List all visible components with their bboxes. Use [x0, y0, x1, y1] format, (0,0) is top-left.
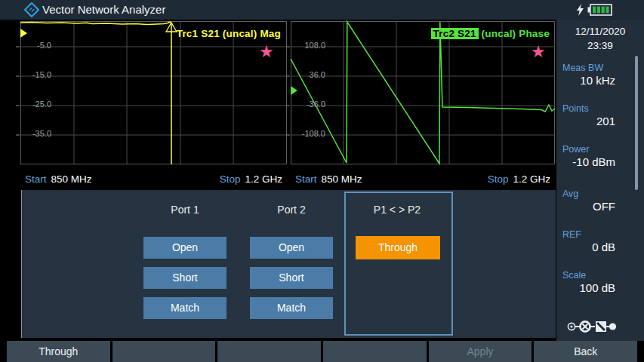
- port2-match-button[interactable]: Match: [250, 297, 333, 319]
- calibration-panel: Port 1 Port 2 P1 < > P2 Open Short Match…: [21, 190, 556, 338]
- phase-plot-area: [291, 21, 555, 164]
- sidebar-item-avg-label[interactable]: Avg: [562, 189, 578, 199]
- marker-star-icon: ★: [531, 44, 546, 60]
- y-tick: -36.0: [291, 100, 325, 109]
- stop-label: Stop: [220, 173, 241, 185]
- y-tick: -25.0: [20, 100, 51, 109]
- sidebar-item-points-value[interactable]: 201: [556, 115, 615, 127]
- mag-freq-row: Start850 MHz Stop1.2 GHz: [20, 169, 287, 189]
- softkey-bar: Through Apply Back: [0, 341, 644, 362]
- grid: [291, 21, 555, 164]
- sidebar-item-measbw-value[interactable]: 10 kHz: [556, 74, 615, 87]
- rs-logo-icon: [24, 2, 39, 17]
- phase-chart[interactable]: 108.0 36.0 -36.0 -108.0 Trc2 S21 (uncal)…: [291, 21, 555, 189]
- through-button[interactable]: Through: [356, 236, 440, 259]
- app-title: Vector Network Analyzer: [42, 0, 165, 20]
- softkey-apply[interactable]: Apply: [429, 341, 532, 362]
- y-tick: 108.0: [291, 41, 325, 50]
- stop-value: 1.2 GHz: [245, 173, 282, 185]
- port2-short-button[interactable]: Short: [250, 267, 333, 289]
- two-port-cal-icon: [567, 320, 617, 333]
- sidebar-item-ref-value[interactable]: 0 dB: [556, 241, 615, 253]
- mag-plot-area: [20, 21, 287, 164]
- port1-match-button[interactable]: Match: [143, 297, 226, 319]
- date: 12/11/2020: [556, 24, 644, 38]
- softkey-through[interactable]: Through: [7, 341, 110, 362]
- datetime: 12/11/2020 23:39: [556, 24, 644, 53]
- sidebar-item-measbw-label[interactable]: Meas BW: [562, 63, 603, 73]
- battery-icon: [587, 4, 612, 16]
- marker-star-icon: ★: [259, 44, 274, 60]
- port2-header: Port 2: [250, 202, 333, 217]
- sidebar-item-ref-label[interactable]: REF: [562, 229, 581, 240]
- title-bar: Vector Network Analyzer: [0, 0, 644, 20]
- port2-open-button[interactable]: Open: [250, 237, 333, 259]
- phase-freq-row: Start850 MHz Stop1.2 GHz: [291, 169, 555, 189]
- grid: [20, 21, 287, 164]
- settings-sidebar: 12/11/2020 23:39 Meas BW 10 kHz Points 2…: [556, 20, 644, 341]
- y-tick: -108.0: [291, 129, 325, 138]
- sidebar-item-avg-value[interactable]: OFF: [556, 200, 615, 213]
- sidebar-item-points-label[interactable]: Points: [562, 103, 589, 114]
- start-value: 850 MHz: [51, 173, 92, 185]
- softkey-empty-3: [323, 341, 427, 362]
- trace1-label: Trc1 S21 (uncal) Mag: [20, 28, 281, 39]
- start-label: Start: [25, 173, 47, 185]
- softkey-empty-1: [112, 341, 216, 362]
- mag-chart[interactable]: -5.0 -15.0 -25.0 -35.0 Trc1 S21 (uncal) …: [20, 21, 287, 189]
- softkey-empty-2: [217, 341, 321, 362]
- start-label: Start: [295, 173, 317, 185]
- sidebar-item-power-label[interactable]: Power: [562, 144, 589, 155]
- phase-trace: [291, 22, 555, 164]
- charging-bolt-icon: [575, 4, 585, 16]
- time: 23:39: [556, 38, 644, 53]
- y-tick: 36.0: [291, 70, 325, 79]
- y-tick: -15.0: [20, 70, 51, 79]
- ref-level-arrow: [291, 86, 297, 95]
- port1-header: Port 1: [143, 202, 226, 217]
- start-value: 850 MHz: [322, 173, 362, 185]
- sidebar-item-scale-label[interactable]: Scale: [562, 270, 586, 281]
- axis-ticks: [16, 47, 20, 135]
- stop-value: 1.2 GHz: [513, 173, 550, 185]
- stop-label: Stop: [488, 173, 509, 185]
- trace2-label-highlight: Trc2 S21: [431, 28, 479, 39]
- trace2-label-rest: (uncal) Phase: [479, 28, 550, 39]
- sidebar-item-scale-value[interactable]: 100 dB: [556, 281, 615, 294]
- softkey-back[interactable]: Back: [534, 341, 637, 362]
- y-tick: -35.0: [20, 129, 51, 138]
- sidebar-item-power-value[interactable]: -10 dBm: [556, 155, 615, 168]
- y-tick: -5.0: [20, 41, 51, 50]
- port1-short-button[interactable]: Short: [143, 267, 226, 289]
- sidebar-scrollbar[interactable]: [635, 56, 638, 190]
- vna-screen: Vector Network Analyzer: [0, 0, 644, 362]
- trace2-label: Trc2 S21 (uncal) Phase: [291, 28, 550, 39]
- port1-open-button[interactable]: Open: [143, 237, 226, 259]
- p1p2-header: P1 < > P2: [344, 202, 450, 217]
